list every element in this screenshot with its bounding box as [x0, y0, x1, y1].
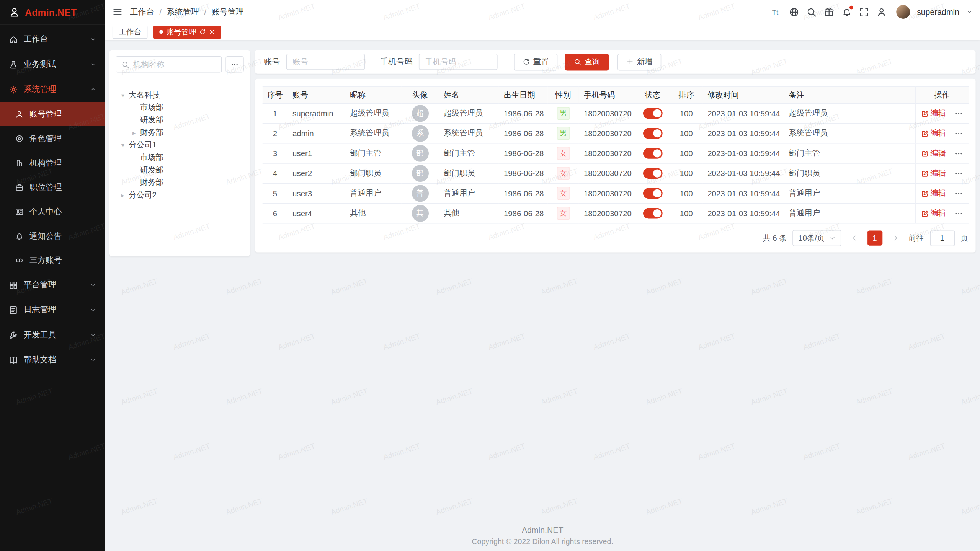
user-avatar: 普	[412, 185, 428, 202]
tree-caret-icon[interactable]: ▸	[119, 191, 126, 198]
column-header: 序号	[263, 86, 287, 103]
cell-nickname: 部门主管	[345, 143, 401, 163]
reset-button[interactable]: 重置	[514, 54, 557, 70]
more-actions-icon[interactable]	[954, 109, 963, 118]
prev-page-button[interactable]	[846, 230, 861, 245]
edit-button[interactable]: 编辑	[921, 188, 946, 199]
next-page-button[interactable]	[888, 230, 903, 245]
screen: Admin.NET 工作台 业务测试 系统管理 账号管理 角色管理 机构管理 职…	[0, 0, 980, 551]
user-avatar: 系	[412, 125, 428, 142]
goto-page-input[interactable]	[930, 230, 955, 246]
more-actions-icon[interactable]	[954, 129, 963, 138]
tree-caret-icon[interactable]: ▸	[131, 129, 137, 136]
chevron-down-icon[interactable]	[966, 9, 972, 15]
cell-phone: 18020030720	[579, 103, 635, 123]
sidebar-item-org-management[interactable]: 机构管理	[0, 150, 105, 175]
edit-label: 编辑	[930, 108, 946, 119]
edit-button[interactable]: 编辑	[921, 128, 946, 139]
sidebar-item-role-management[interactable]: 角色管理	[0, 126, 105, 151]
status-toggle[interactable]	[643, 128, 662, 139]
search-icon[interactable]	[806, 7, 817, 17]
sidebar-item-notice-announcement[interactable]: 通知公告	[0, 223, 105, 248]
tab-workbench[interactable]: 工作台	[113, 25, 147, 38]
chevron-down-icon	[90, 282, 96, 288]
sidebar-item-log-management[interactable]: 日志管理	[0, 297, 105, 322]
notification-icon[interactable]	[841, 7, 852, 17]
sidebar-item-label: 工作台	[24, 34, 90, 45]
tree-node[interactable]: 市场部	[116, 101, 244, 114]
sidebar: Admin.NET 工作台 业务测试 系统管理 账号管理 角色管理 机构管理 职…	[0, 0, 105, 551]
more-actions-icon[interactable]	[954, 169, 963, 178]
sidebar-item-third-party-account[interactable]: 三方账号	[0, 248, 105, 272]
more-actions-icon[interactable]	[954, 209, 963, 218]
org-search-box	[116, 56, 222, 72]
cell-status	[635, 143, 670, 163]
breadcrumb-item[interactable]: 账号管理	[211, 6, 244, 17]
search-button[interactable]: 查询	[565, 54, 609, 70]
fullscreen-icon[interactable]	[859, 7, 869, 17]
edit-button[interactable]: 编辑	[921, 208, 946, 219]
tree-node[interactable]: ▸ 财务部	[116, 126, 244, 139]
status-toggle[interactable]	[643, 168, 662, 179]
status-toggle[interactable]	[643, 188, 662, 199]
sidebar-item-position-management[interactable]: 职位管理	[0, 175, 105, 199]
hamburger-menu-icon[interactable]	[113, 7, 122, 17]
tree-caret-icon[interactable]: ▾	[119, 91, 126, 98]
edit-button[interactable]: 编辑	[921, 108, 946, 119]
phone-input[interactable]	[419, 54, 498, 70]
sidebar-item-account-management[interactable]: 账号管理	[0, 102, 105, 126]
cell-nickname: 系统管理员	[345, 123, 401, 143]
more-actions-icon[interactable]	[954, 149, 963, 158]
edit-button[interactable]: 编辑	[921, 168, 946, 179]
close-tab-icon[interactable]	[209, 29, 215, 35]
sidebar-item-label: 日志管理	[24, 304, 90, 315]
sidebar-item-system-management[interactable]: 系统管理	[0, 77, 105, 102]
user-avatar: 其	[412, 205, 428, 222]
cell-remark: 普通用户	[784, 183, 915, 203]
sidebar-item-profile-center[interactable]: 个人中心	[0, 199, 105, 224]
username[interactable]: superadmin	[917, 7, 959, 16]
column-header: 姓名	[439, 86, 499, 103]
tree-more-button[interactable]	[225, 56, 243, 72]
tree-node[interactable]: ▾ 分公司1	[116, 139, 244, 151]
breadcrumb-item[interactable]: 系统管理	[167, 6, 199, 17]
sidebar-item-workbench[interactable]: 工作台	[0, 27, 105, 52]
font-size-icon[interactable]: Tt	[771, 7, 782, 17]
filter-bar: 账号 手机号码 重置 查询 新增	[255, 50, 975, 74]
tree-node[interactable]: 财务部	[116, 176, 244, 189]
sidebar-item-help-docs[interactable]: 帮助文档	[0, 347, 105, 372]
page-number-button[interactable]: 1	[867, 230, 882, 245]
tab-account-management[interactable]: 账号管理	[153, 25, 221, 38]
add-button[interactable]: 新增	[617, 54, 661, 70]
tree-node[interactable]: 研发部	[116, 114, 244, 126]
breadcrumb-item[interactable]: 工作台	[130, 6, 155, 17]
avatar[interactable]	[896, 5, 910, 19]
more-actions-icon[interactable]	[954, 189, 963, 198]
sidebar-item-platform-management[interactable]: 平台管理	[0, 272, 105, 297]
sidebar-item-business-test[interactable]: 业务测试	[0, 52, 105, 77]
gift-icon[interactable]	[824, 7, 835, 17]
edit-button[interactable]: 编辑	[921, 148, 946, 159]
globe-icon[interactable]	[789, 7, 800, 17]
column-header: 修改时间	[702, 86, 784, 103]
tree-caret-icon[interactable]: ▾	[119, 142, 126, 148]
refresh-tab-icon[interactable]	[199, 29, 206, 35]
tree-node[interactable]: ▾ 大名科技	[116, 89, 244, 101]
org-search-input[interactable]	[133, 60, 216, 69]
sidebar-item-dev-tools[interactable]: 开发工具	[0, 322, 105, 347]
status-toggle[interactable]	[643, 148, 662, 159]
edit-label: 编辑	[930, 168, 946, 179]
tree-node[interactable]: 市场部	[116, 151, 244, 164]
cell-gender: 男	[547, 123, 579, 143]
chevron-down-icon	[90, 61, 96, 67]
tree-node[interactable]: 研发部	[116, 164, 244, 176]
status-toggle[interactable]	[643, 208, 662, 219]
logo[interactable]: Admin.NET	[0, 0, 105, 25]
account-input[interactable]	[286, 54, 365, 70]
page-size-select[interactable]: 10条/页	[792, 230, 841, 246]
status-toggle[interactable]	[643, 108, 662, 119]
user-icon[interactable]	[876, 7, 887, 17]
sidebar-item-label: 开发工具	[24, 329, 90, 340]
tree-node[interactable]: ▸ 分公司2	[116, 189, 244, 201]
gender-tag: 女	[557, 187, 570, 200]
